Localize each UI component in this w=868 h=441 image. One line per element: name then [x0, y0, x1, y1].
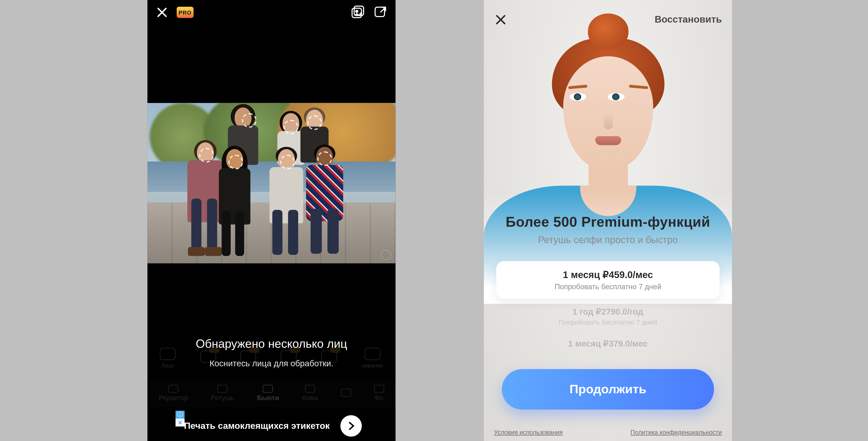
- pro-badge[interactable]: PRO: [177, 7, 194, 18]
- tab-item[interactable]: [341, 389, 351, 398]
- tab-retouch[interactable]: Ретушь: [211, 385, 234, 402]
- editor-screen: PRO: [147, 0, 396, 441]
- svg-point-4: [356, 10, 358, 12]
- editor-top-bar: PRO: [147, 0, 396, 25]
- plan-title: 1 год ₽2790.0/год: [502, 307, 714, 317]
- plan-list: 1 месяц ₽459.0/мес Попробовать бесплатно…: [496, 261, 720, 357]
- ad-info-icon[interactable]: ⓘ: [176, 411, 185, 418]
- face-marker[interactable]: [307, 115, 322, 130]
- face-marker[interactable]: [317, 151, 332, 166]
- gallery-icon[interactable]: [350, 5, 365, 20]
- tab-beauty[interactable]: Бьюти: [257, 385, 279, 402]
- plan-subtitle: Попробовать бесплатно 7 дней: [502, 282, 714, 291]
- terms-link[interactable]: Условия использования: [494, 429, 563, 436]
- svg-rect-5: [375, 7, 384, 17]
- privacy-link[interactable]: Политика конфиденциальности: [630, 429, 722, 436]
- paywall-screen: Восстановить Более 500 Premium-функций Р…: [484, 0, 732, 441]
- watermark-icon: [381, 250, 391, 260]
- ad-arrow-button[interactable]: [340, 415, 362, 437]
- headline-block: Более 500 Premium-функций Ретушь селфи п…: [484, 214, 732, 246]
- share-icon[interactable]: [373, 5, 388, 20]
- headline-subtitle: Ретушь селфи просто и быстро: [484, 235, 732, 246]
- continue-button[interactable]: Продолжить: [502, 369, 714, 410]
- face-marker[interactable]: [284, 120, 298, 134]
- plan-option-1month-alt[interactable]: 1 месяц ₽379.0/мес: [496, 334, 720, 353]
- close-icon[interactable]: [494, 13, 507, 27]
- ad-close-icon[interactable]: ✕: [176, 419, 185, 427]
- plan-option-1month[interactable]: 1 месяц ₽459.0/мес Попробовать бесплатно…: [496, 261, 720, 299]
- headline-title: Более 500 Premium-функций: [484, 214, 732, 230]
- paywall-top-bar: Восстановить: [484, 0, 732, 39]
- bottom-tabs: Редактор Ретушь Бьюти Кожа Фо: [147, 379, 396, 407]
- face-marker[interactable]: [242, 113, 256, 128]
- plan-option-1year[interactable]: 1 год ₽2790.0/год Попробовать бесплатно …: [496, 302, 720, 331]
- ad-close-info[interactable]: ⓘ ✕: [176, 411, 185, 427]
- ad-text: Печать самоклеящихся этикеток: [179, 421, 335, 431]
- plan-title: 1 месяц ₽379.0/мес: [502, 339, 714, 349]
- legal-links: Условия использования Политика конфиденц…: [494, 429, 722, 436]
- tab-skin[interactable]: Кожа: [302, 385, 318, 402]
- plan-title: 1 месяц ₽459.0/мес: [502, 269, 714, 281]
- close-icon[interactable]: [155, 6, 169, 19]
- face-detect-overlay: Обнаружено несколько лиц Коснитесь лица …: [147, 337, 396, 368]
- ad-banner[interactable]: ⓘ ✕ Печать самоклеящихся этикеток: [176, 411, 368, 441]
- plan-subtitle: Попробовать бесплатно 7 дней: [502, 318, 714, 326]
- restore-link[interactable]: Восстановить: [655, 14, 722, 25]
- face-marker[interactable]: [228, 155, 243, 169]
- tab-editor[interactable]: Редактор: [159, 385, 188, 402]
- photo-canvas[interactable]: [147, 103, 396, 263]
- tab-item[interactable]: Фо: [374, 385, 384, 402]
- overlay-title: Обнаружено несколько лиц: [147, 337, 396, 350]
- overlay-subtitle: Коснитесь лица для обработки.: [147, 358, 396, 368]
- face-marker[interactable]: [280, 155, 295, 169]
- face-marker[interactable]: [199, 148, 214, 163]
